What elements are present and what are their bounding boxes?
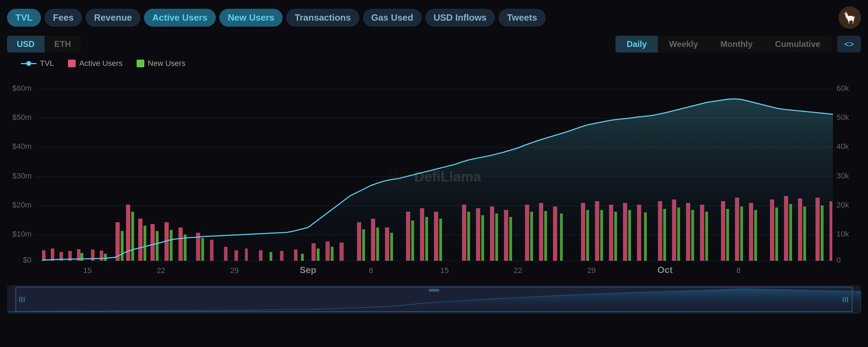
svg-text:8: 8: [736, 266, 740, 275]
svg-text:22: 22: [157, 266, 165, 275]
svg-text:50k: 50k: [836, 113, 849, 122]
scrollbar-thumb[interactable]: [15, 287, 852, 312]
svg-text:15: 15: [83, 266, 92, 275]
svg-text:Sep: Sep: [299, 265, 316, 275]
controls-bar: USD ETH Daily Weekly Monthly Cumulative …: [0, 33, 868, 55]
legend-tvl-label: TVL: [40, 59, 54, 68]
svg-text:15: 15: [440, 266, 449, 275]
svg-text:40k: 40k: [836, 142, 849, 151]
svg-text:$0: $0: [23, 256, 31, 264]
timeframe-daily[interactable]: Daily: [615, 36, 658, 53]
timeframe-weekly[interactable]: Weekly: [658, 36, 709, 53]
nav-tweets[interactable]: Tweets: [498, 9, 545, 27]
svg-text:8: 8: [369, 266, 373, 275]
legend-active-users-label: Active Users: [79, 59, 122, 68]
currency-group: USD ETH: [7, 36, 81, 53]
svg-text:Oct: Oct: [657, 265, 673, 275]
legend-tvl: TVL: [21, 59, 54, 68]
currency-eth[interactable]: ETH: [44, 36, 81, 53]
nav-new-users[interactable]: New Users: [219, 9, 283, 27]
svg-text:22: 22: [514, 266, 522, 275]
svg-text:$20m: $20m: [12, 200, 32, 209]
timeframe-monthly[interactable]: Monthly: [709, 36, 764, 53]
chart-svg: $60m $50m $40m $30m $20m $10m $0 60k 50k…: [7, 72, 861, 282]
avatar[interactable]: 🦙: [839, 6, 861, 29]
top-nav: TVL Fees Revenue Active Users New Users …: [0, 0, 868, 33]
svg-text:29: 29: [230, 266, 239, 275]
legend: TVL Active Users New Users: [0, 55, 868, 72]
svg-text:$50m: $50m: [12, 113, 32, 122]
svg-text:20k: 20k: [836, 200, 849, 209]
svg-text:60k: 60k: [836, 84, 849, 93]
currency-usd[interactable]: USD: [7, 36, 44, 53]
scrollbar-container[interactable]: [7, 285, 861, 313]
timeframe-cumulative[interactable]: Cumulative: [764, 36, 832, 53]
legend-new-users-label: New Users: [148, 59, 186, 68]
svg-text:0: 0: [836, 256, 841, 264]
nav-tvl[interactable]: TVL: [7, 9, 41, 27]
svg-text:$60m: $60m: [12, 84, 32, 93]
nav-gas-used[interactable]: Gas Used: [363, 9, 422, 27]
timeframe-group: Daily Weekly Monthly Cumulative: [615, 36, 832, 53]
svg-text:$40m: $40m: [12, 142, 32, 151]
scrollbar-center-handle: [429, 289, 439, 292]
legend-new-users: New Users: [137, 59, 186, 68]
nav-fees[interactable]: Fees: [44, 9, 82, 27]
chart-container: $60m $50m $40m $30m $20m $10m $0 60k 50k…: [7, 72, 861, 282]
legend-active-users: Active Users: [68, 59, 122, 68]
svg-text:$10m: $10m: [12, 230, 32, 238]
nav-revenue[interactable]: Revenue: [85, 9, 140, 27]
nav-usd-inflows[interactable]: USD Inflows: [425, 9, 495, 27]
nav-active-users[interactable]: Active Users: [144, 9, 216, 27]
svg-text:30k: 30k: [836, 171, 849, 180]
svg-rect-32: [51, 249, 54, 261]
svg-text:10k: 10k: [836, 230, 849, 238]
svg-text:$30m: $30m: [12, 171, 32, 180]
embed-button[interactable]: <>: [837, 36, 861, 53]
nav-transactions[interactable]: Transactions: [286, 9, 359, 27]
svg-text:29: 29: [587, 266, 595, 275]
svg-rect-31: [42, 250, 46, 261]
